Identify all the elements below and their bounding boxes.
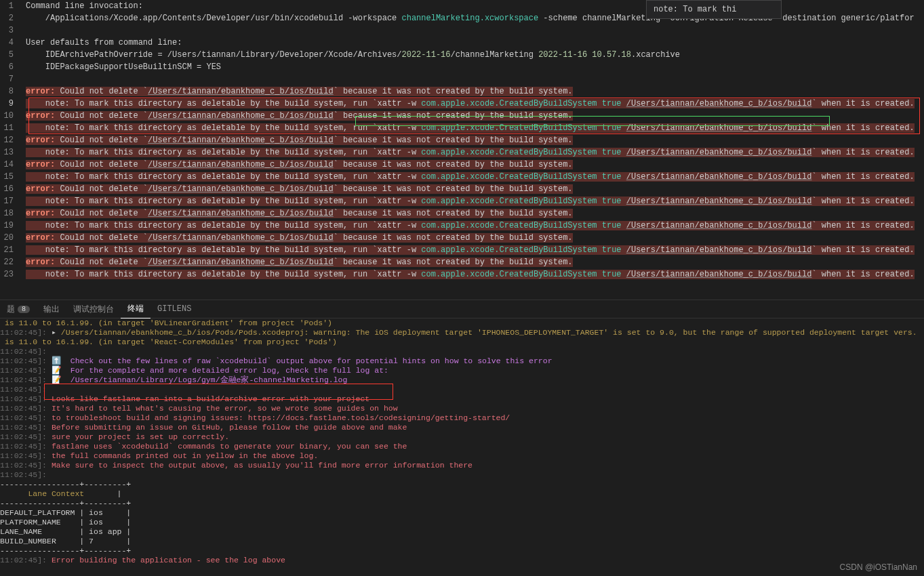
line-numbers-gutter: 1234567891011121314151617181920212223 [0,0,26,281]
watermark: CSDN @iOSTianNan [840,562,917,572]
panel-tabbar: 题8 输出 调试控制台 终端 GITLENS [0,300,924,318]
terminal-line[interactable]: -----------------+---------+ [0,480,924,489]
terminal-line[interactable]: 11:02:45]: the full commands printed out… [0,451,924,461]
code-line[interactable]: note: To mark this directory as deletabl… [26,220,924,232]
code-line[interactable]: User defaults from command line: [26,37,924,49]
tab-gitlens[interactable]: GITLENS [150,300,198,318]
code-line[interactable]: error: Could not delete `/Users/tiannan/… [26,256,924,268]
line-number: 1 [0,0,14,12]
editor-pane[interactable]: 1234567891011121314151617181920212223 Co… [0,0,924,300]
line-number: 8 [0,85,14,98]
terminal-line[interactable]: 11:02:45]: Looks like fastlane ran into … [0,394,924,404]
code-line[interactable] [26,24,924,37]
code-line[interactable]: note: To mark this directory as deletabl… [26,171,924,183]
terminal-line[interactable]: 11:02:45]: ▸ /Users/tiannan/ebankhome_c_… [0,328,924,337]
code-line[interactable]: note: To mark this directory as deletabl… [26,244,924,256]
code-line[interactable]: error: Could not delete `/Users/tiannan/… [26,207,924,220]
terminal-line[interactable]: 11:02:45]: sure your project is set up c… [0,432,924,442]
terminal-line[interactable]: -----------------+---------+ [0,499,924,508]
code-content[interactable]: Command line invocation: /Applications/X… [26,0,924,281]
tab-terminal[interactable]: 终端 [121,300,150,318]
terminal-line[interactable]: 11:02:45]: fastlane uses `xcodebuild` co… [0,442,924,451]
line-number: 5 [0,49,14,61]
hover-tooltip: note: To mark thi [646,0,782,19]
terminal-line[interactable]: 11:02:45]: [0,385,924,394]
line-number: 3 [0,24,14,37]
terminal-line[interactable]: 11:02:45]: [0,470,924,480]
line-number: 21 [0,244,14,256]
terminal-pane[interactable]: is 11.0 to 16.1.99. (in target 'BVLinear… [0,318,924,576]
terminal-line[interactable]: Lane Context | [0,489,924,499]
problems-badge: 8 [18,306,30,313]
code-line[interactable]: error: Could not delete `/Users/tiannan/… [26,232,924,244]
code-line[interactable]: note: To mark this directory as deletabl… [26,122,924,134]
terminal-line[interactable]: -----------------+---------+ [0,546,924,556]
code-line[interactable]: error: Could not delete `/Users/tiannan/… [26,183,924,195]
code-line[interactable]: note: To mark this directory as deletabl… [26,146,924,159]
terminal-line[interactable]: 11:02:45]: [0,347,924,356]
tab-problems[interactable]: 题8 [0,300,37,318]
line-number: 4 [0,37,14,49]
line-number: 7 [0,73,14,85]
code-line[interactable]: error: Could not delete `/Users/tiannan/… [26,134,924,146]
terminal-line[interactable]: is 11.0 to 16.1.99. (in target 'BVLinear… [0,318,924,328]
terminal-line[interactable]: 11:02:45]: ⬆️ Check out the few lines of… [0,356,924,366]
line-number: 13 [0,146,14,159]
line-number: 17 [0,195,14,207]
code-line[interactable] [26,73,924,85]
line-number: 19 [0,220,14,232]
tab-debug-console[interactable]: 调试控制台 [66,300,121,318]
line-number: 16 [0,183,14,195]
code-line[interactable]: error: Could not delete `/Users/tiannan/… [26,159,924,171]
tab-output[interactable]: 输出 [37,300,66,318]
code-line[interactable]: note: To mark this directory as deletabl… [26,268,924,281]
code-line[interactable]: IDEPackageSupportUseBuiltinSCM = YES [26,61,924,73]
terminal-line[interactable]: BUILD_NUMBER | 7 | [0,537,924,546]
terminal-line[interactable]: 11:02:45]: Make sure to inspect the outp… [0,461,924,470]
line-number: 15 [0,171,14,183]
line-number: 20 [0,232,14,244]
terminal-line[interactable]: PLATFORM_NAME | ios | [0,518,924,527]
line-number: 2 [0,12,14,24]
terminal-line[interactable]: 11:02:45]: It's hard to tell what's caus… [0,404,924,413]
code-line[interactable]: error: Could not delete `/Users/tiannan/… [26,85,924,98]
line-number: 6 [0,61,14,73]
line-number: 14 [0,159,14,171]
code-line[interactable]: note: To mark this directory as deletabl… [26,195,924,207]
line-number: 18 [0,207,14,220]
code-line[interactable]: error: Could not delete `/Users/tiannan/… [26,110,924,122]
terminal-line[interactable]: DEFAULT_PLATFORM | ios | [0,508,924,518]
code-line[interactable]: IDEArchivePathOverride = /Users/tiannan/… [26,49,924,61]
terminal-line[interactable]: is 11.0 to 16.1.99. (in target 'React-Co… [0,337,924,347]
line-number: 11 [0,122,14,134]
code-line[interactable]: note: To mark this directory as deletabl… [26,98,924,110]
terminal-line[interactable]: 11:02:45]: 📝 For the complete and more d… [0,366,924,375]
terminal-line[interactable]: 11:02:45]: Before submitting an issue on… [0,423,924,432]
code-line[interactable]: Command line invocation: [26,0,924,12]
terminal-line[interactable]: 11:02:45]: to troubleshoot build and sig… [0,413,924,423]
terminal-line[interactable]: 11:02:45]: 📝 /Users/tiannan/Library/Logs… [0,375,924,385]
terminal-line[interactable]: 11:02:45]: Error building the applicatio… [0,556,924,565]
line-number: 23 [0,268,14,281]
line-number: 22 [0,256,14,268]
terminal-line[interactable]: LANE_NAME | ios app | [0,527,924,537]
code-line[interactable]: /Applications/Xcode.app/Contents/Develop… [26,12,924,24]
line-number: 9 [0,98,14,110]
line-number: 12 [0,134,14,146]
line-number: 10 [0,110,14,122]
